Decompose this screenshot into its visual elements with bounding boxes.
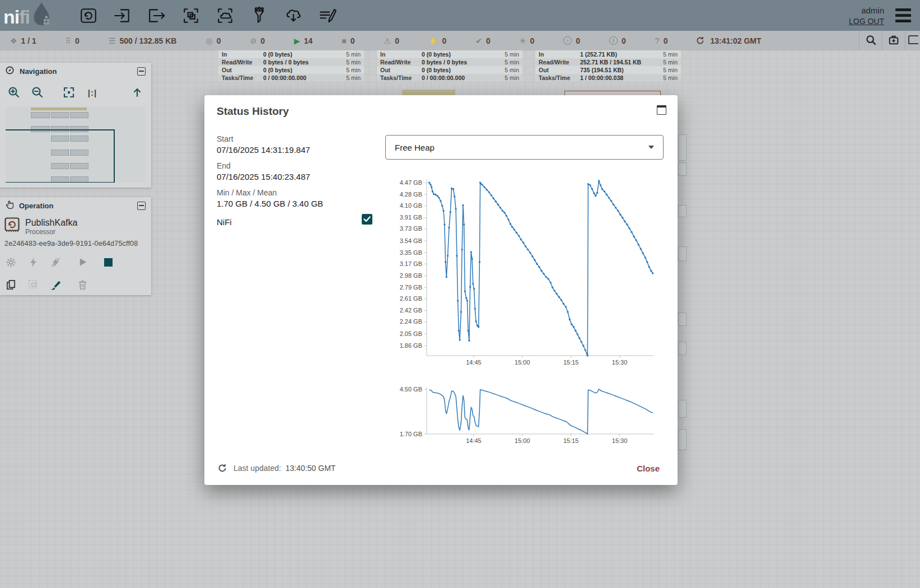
copy-icon[interactable]: [4, 279, 17, 290]
data-point: [536, 263, 538, 265]
configure-gear-icon[interactable]: [4, 256, 17, 268]
data-point: [511, 226, 513, 228]
data-point: [436, 195, 438, 197]
flow-analysis-button[interactable]: [882, 31, 905, 50]
status-history-brush-chart[interactable]: 4.50 GB1.70 GB14:4515:0015:1515:30: [386, 382, 658, 450]
data-point: [471, 258, 473, 260]
status-item-stopped: ■0: [342, 36, 354, 45]
disabled-count: 0: [442, 36, 446, 45]
locally-modified-stale-count: 0: [622, 36, 626, 45]
stale-count: 0: [576, 36, 580, 45]
data-point: [556, 293, 558, 295]
process-group-icon[interactable]: [181, 6, 200, 25]
collapse-navigation-icon[interactable]: [137, 67, 146, 76]
search-button[interactable]: [859, 31, 882, 50]
y-tick-label: 2.61 GB: [400, 295, 422, 302]
global-menu-icon[interactable]: [894, 6, 912, 25]
zoom-out-icon[interactable]: [30, 85, 45, 100]
selected-component-id: 2e246483-ee9a-3de9-9191-0e64d75cff08: [4, 240, 147, 248]
operation-panel: Operation PublishKafka Processor 2e24648…: [0, 197, 151, 295]
processor-icon[interactable]: [79, 6, 98, 25]
clustered-nodes-icon: ❖: [10, 37, 17, 45]
queued-count: 500 / 132.85 KB: [119, 36, 176, 45]
data-point: [503, 212, 505, 213]
input-port-icon[interactable]: [113, 6, 132, 25]
data-point: [497, 204, 499, 206]
delete-trash-icon[interactable]: [76, 279, 88, 290]
data-point: [464, 291, 466, 292]
remote-process-group-icon[interactable]: [216, 6, 235, 25]
birdseye-minimap[interactable]: [6, 106, 146, 183]
y-tick-label: 1.86 GB: [400, 342, 422, 349]
series-nifi-label: NiFi: [217, 217, 232, 227]
series-nifi-checkbox[interactable]: [362, 214, 372, 225]
start-label: Start: [217, 134, 379, 143]
funnel-icon[interactable]: [250, 6, 269, 25]
status-item-queued: ☰500 / 132.85 KB: [109, 36, 177, 45]
navigation-panel: Navigation |:|: [0, 63, 151, 188]
sync-failure-count: 0: [664, 36, 668, 45]
output-port-icon[interactable]: [147, 6, 166, 25]
data-point: [520, 239, 522, 240]
zoom-in-icon[interactable]: [7, 85, 21, 100]
y-tick-label: 3.91 GB: [400, 214, 422, 221]
data-point: [552, 287, 553, 288]
stat-row: Out0 (0 bytes)5 min: [377, 66, 522, 74]
data-point: [581, 341, 582, 343]
data-point: [469, 286, 471, 288]
active-threads-icon: ⠿: [66, 37, 71, 45]
logout-link[interactable]: LOG OUT: [849, 17, 884, 26]
metric-select[interactable]: Free Heap: [385, 135, 664, 160]
y-tick-label: 4.28 GB: [400, 191, 422, 198]
disable-lightning-icon[interactable]: [49, 256, 62, 268]
group-selection-icon[interactable]: [27, 279, 39, 290]
label-icon[interactable]: [318, 6, 337, 25]
collapse-operation-icon[interactable]: [137, 202, 146, 210]
refresh-icon[interactable]: [217, 463, 228, 474]
popout-window-icon[interactable]: [657, 105, 666, 115]
color-brush-icon[interactable]: [49, 279, 62, 290]
status-item-sync-failure: ?0: [655, 36, 668, 45]
status-history-main-chart: 4.47 GB4.28 GB4.10 GB3.91 GB3.73 GB3.54 …: [386, 174, 658, 368]
start-play-icon[interactable]: [76, 256, 88, 268]
stopped-icon: ■: [342, 37, 346, 45]
status-item-locally-modified: ✳0: [520, 36, 535, 45]
enable-lightning-icon[interactable]: [27, 256, 39, 268]
app-header: nifi admin LOG OUT: [0, 0, 920, 31]
stat-row: Read/Write0 bytes / 0 bytes5 min: [377, 58, 522, 66]
stat-row: In0 (0 bytes)5 min: [377, 50, 522, 58]
x-tick-label: 15:00: [515, 359, 530, 366]
go-to-parent-icon[interactable]: [130, 85, 144, 100]
data-point: [441, 205, 443, 207]
data-point: [548, 278, 549, 279]
series-line-nifi: [429, 181, 653, 356]
up-to-date-icon: ✔: [475, 37, 482, 45]
disabled-icon: ⚡: [428, 37, 438, 45]
close-button[interactable]: Close: [631, 460, 665, 477]
template-icon[interactable]: [284, 6, 303, 25]
stop-square-icon[interactable]: [102, 256, 114, 268]
minimap-viewport[interactable]: [6, 129, 115, 183]
minmaxmean-label: Min / Max / Mean: [217, 188, 379, 197]
data-point: [635, 239, 637, 241]
partial-panel-icon: [907, 35, 918, 46]
data-point: [646, 261, 648, 263]
series-line-nifi: [429, 389, 653, 434]
data-point: [433, 193, 435, 195]
transmitting-count: 0: [217, 36, 221, 45]
zoom-actual-icon[interactable]: |:|: [85, 85, 100, 100]
y-tick-label: 3.54 GB: [400, 237, 422, 244]
data-point: [466, 300, 468, 301]
data-point: [565, 306, 567, 307]
settings-button[interactable]: [905, 31, 920, 50]
up-to-date-count: 0: [486, 36, 491, 45]
nifi-droplet-icon: [31, 2, 52, 30]
data-point: [442, 210, 444, 212]
data-point: [586, 353, 587, 354]
data-point: [495, 200, 497, 202]
data-point: [454, 195, 455, 197]
zoom-fit-icon[interactable]: [62, 85, 76, 100]
data-point: [578, 337, 580, 339]
data-point: [485, 189, 487, 190]
refresh-icon[interactable]: [694, 35, 706, 46]
